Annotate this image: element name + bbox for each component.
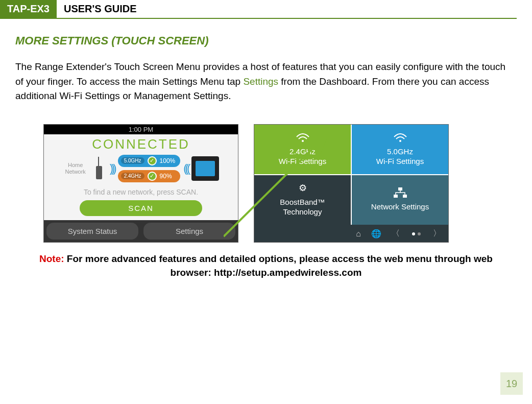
tile-boostband-line2: Technology [283, 207, 322, 217]
network-icon [393, 187, 408, 199]
product-badge: TAP-EX3 [0, 0, 57, 18]
tile-network-label: Network Settings [371, 202, 429, 212]
svg-point-3 [399, 140, 401, 142]
band-5ghz-pill: 5.0GHz ✓ 100% [118, 155, 181, 167]
tile-5ghz-wifi[interactable]: 5.0GHz Wi-Fi Settings [352, 125, 448, 174]
note-text: For more advanced features and detailed … [64, 253, 493, 278]
settings-bottom-bar: ⌂ 🌐 〈 〉 [254, 225, 448, 243]
tile-5ghz-line1: 5.0GHz [387, 147, 413, 157]
settings-tiles: 2.4GHz Wi-Fi Settings 5.0GHz Wi-Fi Setti… [254, 125, 448, 225]
extender-device-icon [191, 156, 219, 181]
wifi-icon [295, 132, 310, 144]
home-icon[interactable]: ⌂ [356, 229, 361, 239]
dashboard-screenshot: 1:00 PM CONNECTED Home Network ))) 5.0GH… [43, 124, 238, 243]
router-icon [91, 153, 107, 184]
note-paragraph: Note: For more advanced features and det… [36, 252, 496, 280]
dot-2 [418, 232, 421, 235]
tile-24ghz-wifi[interactable]: 2.4GHz Wi-Fi Settings [254, 125, 351, 174]
home-network-label: Home Network [63, 162, 88, 174]
intro-paragraph: The Range Extender's Touch Screen Menu p… [15, 60, 512, 104]
band-24ghz-pct: 90% [160, 173, 172, 180]
page-number: 19 [500, 372, 523, 395]
settings-button[interactable]: Settings [143, 223, 235, 240]
svg-rect-1 [96, 166, 102, 179]
tile-network-settings[interactable]: Network Settings [352, 175, 448, 225]
tile-5ghz-line2: Wi-Fi Settings [376, 156, 424, 167]
system-status-button[interactable]: System Status [46, 223, 138, 240]
page-header: TAP-EX3 USER'S GUIDE [0, 0, 517, 19]
guide-title: USER'S GUIDE [57, 0, 144, 18]
scan-button[interactable]: SCAN [80, 200, 202, 216]
next-page-icon[interactable]: 〉 [433, 228, 441, 239]
signal-waves-right-icon: ((( [183, 162, 188, 175]
svg-rect-5 [394, 195, 398, 198]
note-label: Note: [39, 253, 64, 264]
settings-word: Settings [243, 76, 278, 87]
check-icon: ✓ [148, 172, 157, 181]
band-pills: 5.0GHz ✓ 100% 2.4GHz ✓ 90% [118, 155, 181, 182]
prev-page-icon[interactable]: 〈 [392, 228, 400, 239]
device-screen-icon [196, 161, 215, 176]
svg-rect-6 [403, 195, 407, 198]
check-icon: ✓ [148, 156, 157, 165]
signal-waves-left-icon: ))) [110, 162, 115, 175]
dashboard-bottom-bar: System Status Settings [44, 220, 238, 242]
tile-24ghz-line1: 2.4GHz [289, 147, 316, 157]
find-network-text: To find a new network, press SCAN. [44, 188, 238, 196]
dot-1 [412, 232, 415, 235]
time-bar: 1:00 PM [44, 125, 238, 134]
connection-status: CONNECTED [44, 136, 238, 152]
settings-menu-screenshot: 2.4GHz Wi-Fi Settings 5.0GHz Wi-Fi Setti… [254, 124, 449, 243]
globe-icon[interactable]: 🌐 [371, 229, 381, 239]
svg-point-2 [302, 140, 304, 142]
section-heading: MORE SETTINGS (TOUCH SCREEN) [15, 34, 532, 47]
page-dots [412, 232, 421, 235]
svg-rect-4 [398, 187, 402, 191]
band-5ghz-label: 5.0GHz [121, 157, 144, 164]
wifi-icon [393, 132, 408, 144]
dashboard-main: Home Network ))) 5.0GHz ✓ 100% 2.4GHz ✓ … [44, 153, 238, 184]
tile-boostband[interactable]: ⚙ BoostBand™ Technology [254, 175, 351, 225]
band-5ghz-pct: 100% [160, 157, 176, 164]
band-24ghz-pill: 2.4GHz ✓ 90% [118, 170, 181, 182]
tile-24ghz-line2: Wi-Fi Settings [279, 156, 326, 167]
screenshot-row: 1:00 PM CONNECTED Home Network ))) 5.0GH… [43, 124, 532, 243]
band-24ghz-label: 2.4GHz [121, 173, 144, 179]
svg-rect-0 [98, 157, 99, 166]
tile-boostband-line1: BoostBand™ [280, 197, 325, 207]
gear-icon: ⚙ [295, 183, 310, 194]
